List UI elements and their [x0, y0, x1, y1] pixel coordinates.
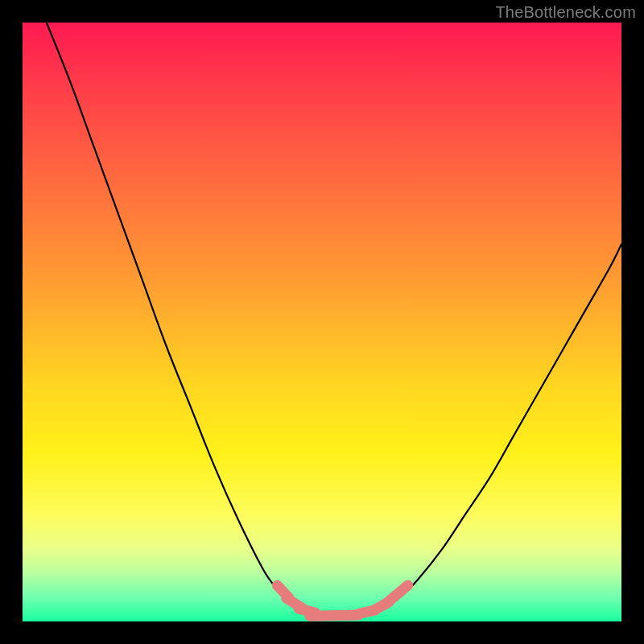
marker-capsule	[310, 615, 358, 616]
plot-area	[23, 23, 621, 621]
watermark-text: TheBottleneck.com	[495, 3, 636, 22]
chart-frame: TheBottleneck.com	[0, 0, 644, 644]
marker-group	[277, 585, 407, 616]
curve-path	[47, 23, 621, 617]
marker-capsule	[386, 585, 408, 604]
bottleneck-curve	[23, 23, 621, 621]
